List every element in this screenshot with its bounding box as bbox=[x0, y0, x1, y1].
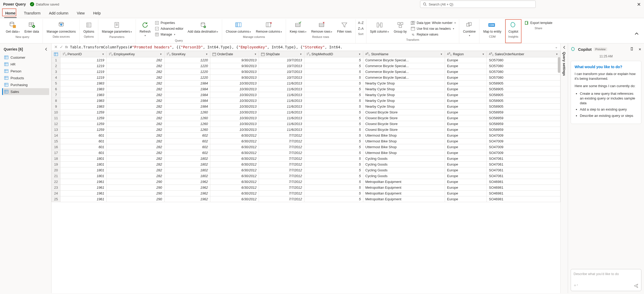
cell[interactable]: Nearby Cycle Shop bbox=[363, 92, 445, 98]
row-number[interactable]: 21 bbox=[52, 173, 60, 179]
cell[interactable]: SO58905 bbox=[487, 98, 560, 104]
column-header-region[interactable]: ABCRegion▼ bbox=[445, 51, 487, 57]
split-column-button[interactable]: Split column▾ bbox=[369, 20, 391, 34]
cell[interactable]: Commerce Bicycle Special... bbox=[363, 57, 445, 63]
filter-dropdown-icon[interactable]: ▼ bbox=[254, 53, 257, 56]
cell[interactable]: 10/7/2013 bbox=[259, 69, 304, 75]
cell[interactable]: 1984 bbox=[164, 98, 210, 104]
cell[interactable]: SO58905 bbox=[487, 86, 560, 92]
cell[interactable]: 282 bbox=[106, 138, 164, 144]
query-item-hr[interactable]: HR bbox=[2, 61, 49, 68]
cell[interactable]: 1219 bbox=[60, 69, 107, 75]
cell[interactable]: SO58959 bbox=[487, 115, 560, 121]
cell[interactable]: 5 bbox=[304, 138, 363, 144]
query-item-sales[interactable]: Sales bbox=[2, 88, 49, 95]
row-number[interactable]: 15 bbox=[52, 138, 60, 144]
cell[interactable]: 1259 bbox=[60, 127, 107, 133]
formula-input[interactable]: Table.TransformColumnTypes(#"Promoted he… bbox=[70, 45, 553, 49]
cell[interactable]: 282 bbox=[106, 69, 164, 75]
cell[interactable]: 5 bbox=[304, 191, 363, 196]
row-number[interactable]: 3 bbox=[52, 69, 60, 75]
column-header-employeekey[interactable]: 123EmployeeKey▼ bbox=[106, 51, 164, 57]
row-number[interactable]: 4 bbox=[52, 75, 60, 81]
cell[interactable]: 1961 bbox=[60, 179, 107, 185]
table-row[interactable]: 101259282126010/30/201311/6/20135Closest… bbox=[52, 109, 560, 115]
column-header-salesordernumber[interactable]: ABCSalesOrderNumber▼ bbox=[487, 51, 560, 57]
row-number[interactable]: 17 bbox=[52, 150, 60, 156]
cell[interactable]: Uttermost Bike Shop bbox=[363, 150, 445, 156]
data-type-button[interactable]: ABC123 Data type: Whole number▾ bbox=[410, 20, 457, 26]
row-number[interactable]: 14 bbox=[52, 133, 60, 138]
cell[interactable]: 5 bbox=[304, 173, 363, 179]
cell[interactable]: Commerce Bicycle Special... bbox=[363, 75, 445, 81]
enter-data-button[interactable]: Enter data bbox=[23, 20, 40, 34]
filter-dropdown-icon[interactable]: ▼ bbox=[102, 53, 104, 56]
cell[interactable]: 9/30/2013 bbox=[210, 75, 259, 81]
cell[interactable]: 1962 bbox=[164, 191, 210, 196]
cell[interactable]: 6/30/2012 bbox=[210, 162, 259, 167]
cell[interactable]: 11/6/2013 bbox=[259, 98, 304, 104]
close-copilot-icon[interactable]: ✕ bbox=[638, 47, 641, 51]
cell[interactable]: Metropolitan Equipment bbox=[363, 185, 445, 191]
cell[interactable]: SO58959 bbox=[487, 127, 560, 133]
cell[interactable]: SO58905 bbox=[487, 104, 560, 109]
cell[interactable]: 601 bbox=[60, 144, 107, 150]
cell[interactable]: 1984 bbox=[164, 104, 210, 109]
cell[interactable]: 282 bbox=[106, 63, 164, 69]
group-by-button[interactable]: Group by bbox=[392, 20, 408, 34]
collapse-ribbon-button[interactable] bbox=[629, 19, 644, 43]
cell[interactable]: 1983 bbox=[60, 92, 107, 98]
cell[interactable]: 6/30/2012 bbox=[210, 173, 259, 179]
column-header-shipmethodid[interactable]: 123ShipMethodID▼ bbox=[304, 51, 363, 57]
cell[interactable]: SO58959 bbox=[487, 109, 560, 115]
cell[interactable]: SO57080 bbox=[487, 57, 560, 63]
cell[interactable]: Europe bbox=[445, 138, 487, 144]
commit-formula-icon[interactable]: ✓ bbox=[60, 44, 63, 49]
cell[interactable]: 1220 bbox=[164, 69, 210, 75]
cell[interactable]: Europe bbox=[445, 121, 487, 127]
cell[interactable]: 10/7/2013 bbox=[259, 57, 304, 63]
cell[interactable]: 9/30/2013 bbox=[210, 57, 259, 63]
cell[interactable]: 282 bbox=[106, 144, 164, 150]
map-to-entity-button[interactable]: CDM Map to entity bbox=[482, 20, 503, 34]
cell[interactable]: 282 bbox=[106, 133, 164, 138]
cell[interactable]: 5 bbox=[304, 104, 363, 109]
cell[interactable]: 1983 bbox=[60, 104, 107, 109]
query-item-customer[interactable]: Customer bbox=[2, 54, 49, 61]
manage-button[interactable]: Manage▾ bbox=[154, 32, 185, 37]
row-number[interactable]: 23 bbox=[52, 185, 60, 191]
cell[interactable]: Europe bbox=[445, 162, 487, 167]
cell[interactable]: 290 bbox=[106, 196, 164, 202]
cell[interactable]: Europe bbox=[445, 115, 487, 121]
cell[interactable]: 6/30/2012 bbox=[210, 144, 259, 150]
filter-dropdown-icon[interactable]: ▼ bbox=[300, 53, 302, 56]
cell[interactable]: Europe bbox=[445, 191, 487, 196]
cell[interactable]: 282 bbox=[106, 162, 164, 167]
cell[interactable]: Europe bbox=[445, 92, 487, 98]
cell[interactable]: 11/6/2013 bbox=[259, 121, 304, 127]
cell[interactable]: 1802 bbox=[164, 162, 210, 167]
cell[interactable]: 1983 bbox=[60, 98, 107, 104]
cell[interactable]: 1220 bbox=[164, 57, 210, 63]
sort-asc-button[interactable]: A↓Z bbox=[358, 20, 364, 26]
cell[interactable]: 282 bbox=[106, 150, 164, 156]
sort-desc-button[interactable]: Z↓A bbox=[358, 26, 364, 31]
cell[interactable]: Nearby Cycle Shop bbox=[363, 98, 445, 104]
cell[interactable]: 6/30/2012 bbox=[210, 179, 259, 185]
cell[interactable]: 1962 bbox=[164, 185, 210, 191]
cell[interactable]: Europe bbox=[445, 196, 487, 202]
tab-help[interactable]: Help bbox=[92, 8, 102, 18]
add-data-destination-button[interactable]: Add data destination▾ bbox=[186, 20, 220, 34]
cell[interactable]: 5 bbox=[304, 57, 363, 63]
advanced-editor-button[interactable]: Advanced editor bbox=[154, 26, 185, 31]
tab-transform[interactable]: Transform bbox=[23, 8, 42, 18]
cell[interactable]: SO57080 bbox=[487, 69, 560, 75]
row-number[interactable]: 13 bbox=[52, 127, 60, 133]
cell[interactable]: 5 bbox=[304, 75, 363, 81]
cell[interactable]: 1219 bbox=[60, 57, 107, 63]
cell[interactable]: 1220 bbox=[164, 75, 210, 81]
cell[interactable]: 1260 bbox=[164, 121, 210, 127]
cell[interactable]: Europe bbox=[445, 133, 487, 138]
cell[interactable]: 10/30/2013 bbox=[210, 81, 259, 86]
cell[interactable]: Closest Bicycle Store bbox=[363, 121, 445, 127]
